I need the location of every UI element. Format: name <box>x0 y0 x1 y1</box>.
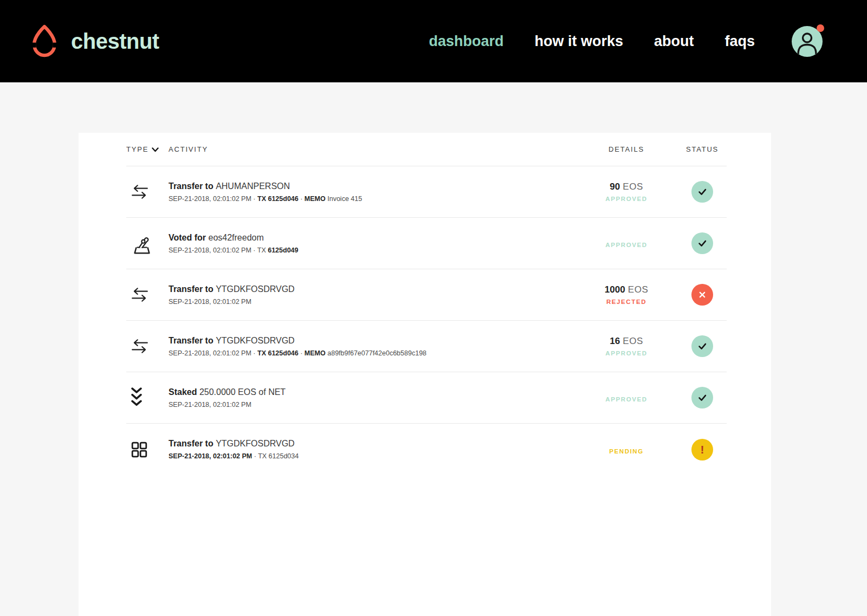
check-icon <box>696 186 708 198</box>
table-row[interactable]: Transfer to YTGDKFOSDRVGD SEP-21-2018, 0… <box>126 424 727 475</box>
row-type-cell <box>126 441 169 458</box>
row-status-label: APPROVED <box>605 242 647 248</box>
status-pending-icon[interactable]: ! <box>691 439 713 461</box>
column-type-label: TYPE <box>126 145 148 153</box>
row-title: Transfer to AHUMANPERSON <box>169 181 575 191</box>
staked-icon <box>131 387 143 408</box>
row-title: Voted for eos42freedom <box>169 233 575 243</box>
column-details-label: DETAILS <box>575 145 678 153</box>
status-approved-icon[interactable] <box>691 232 713 254</box>
row-type-cell <box>126 184 169 199</box>
row-status-label: APPROVED <box>605 350 647 356</box>
column-type-sort[interactable]: TYPE <box>126 145 159 153</box>
chestnut-logo-icon <box>30 23 59 59</box>
row-activity-cell: Voted for eos42freedom SEP-21-2018, 02:0… <box>169 233 575 254</box>
row-amount: 16 EOS <box>610 336 643 347</box>
row-subtitle: SEP-21-2018, 02:01:02 PM <box>169 298 575 306</box>
row-title: Transfer to YTGDKFOSDRVGD <box>169 284 575 294</box>
row-status-label: APPROVED <box>605 196 647 202</box>
row-amount: 1000 EOS <box>605 284 648 295</box>
check-icon <box>696 237 708 249</box>
row-status-cell: ! <box>678 439 727 461</box>
table-row[interactable]: Transfer to AHUMANPERSON SEP-21-2018, 02… <box>126 166 727 218</box>
status-approved-icon[interactable] <box>691 387 713 408</box>
row-activity-cell: Transfer to YTGDKFOSDRVGD SEP-21-2018, 0… <box>169 439 575 460</box>
x-icon <box>697 289 708 300</box>
row-subtitle: SEP-21-2018, 02:01:02 PM · TX 6125d046 ·… <box>169 349 575 357</box>
row-subtitle: SEP-21-2018, 02:01:02 PM · TX 6125d046 ·… <box>169 195 575 203</box>
activity-card: TYPE ACTIVITY DETAILS STATUS Transfer to… <box>79 133 771 616</box>
row-status-label: APPROVED <box>605 396 647 403</box>
table-header: TYPE ACTIVITY DETAILS STATUS <box>126 133 727 166</box>
status-approved-icon[interactable] <box>691 335 713 357</box>
status-rejected-icon[interactable] <box>691 284 713 306</box>
brand-name: chestnut <box>71 29 159 54</box>
table-row[interactable]: Staked 250.0000 EOS of NET SEP-21-2018, … <box>126 372 727 424</box>
table-rows: Transfer to AHUMANPERSON SEP-21-2018, 02… <box>126 166 727 475</box>
row-details-cell: APPROVED <box>575 393 678 403</box>
check-icon <box>696 392 708 404</box>
vote-icon <box>131 232 153 255</box>
row-type-cell <box>126 339 169 354</box>
table-row[interactable]: Transfer to YTGDKFOSDRVGD SEP-21-2018, 0… <box>126 321 727 372</box>
check-icon <box>696 340 708 352</box>
row-amount: 90 EOS <box>610 181 643 192</box>
transfer-icon <box>131 184 149 199</box>
exclaim-icon: ! <box>701 444 704 455</box>
row-type-cell <box>126 387 169 408</box>
notification-dot-icon <box>817 24 824 32</box>
row-activity-cell: Transfer to YTGDKFOSDRVGD SEP-21-2018, 0… <box>169 284 575 306</box>
table-row[interactable]: Voted for eos42freedom SEP-21-2018, 02:0… <box>126 218 727 269</box>
row-details-cell: 16 EOS APPROVED <box>575 336 678 356</box>
row-status-cell <box>678 181 727 203</box>
row-activity-cell: Staked 250.0000 EOS of NET SEP-21-2018, … <box>169 387 575 408</box>
grid-icon <box>131 441 148 458</box>
row-title: Transfer to YTGDKFOSDRVGD <box>169 336 575 346</box>
nav-item-faqs[interactable]: faqs <box>724 33 755 50</box>
nav-item-dashboard[interactable]: dashboard <box>429 33 503 50</box>
user-avatar[interactable] <box>792 26 823 57</box>
column-activity-label: ACTIVITY <box>169 145 575 153</box>
row-subtitle: SEP-21-2018, 02:01:02 PM · TX 6125d049 <box>169 247 575 254</box>
status-approved-icon[interactable] <box>691 181 713 203</box>
main-nav: dashboard how it works about faqs <box>429 33 755 50</box>
chevron-down-icon <box>152 147 159 152</box>
row-subtitle: SEP-21-2018, 02:01:02 PM <box>169 401 575 408</box>
row-status-label: REJECTED <box>606 299 646 305</box>
row-status-label: PENDING <box>609 448 644 455</box>
transfer-icon <box>131 339 149 354</box>
row-type-cell <box>126 232 169 255</box>
row-subtitle: SEP-21-2018, 02:01:02 PM · TX 6125d034 <box>169 452 575 460</box>
top-navigation-bar: chestnut dashboard how it works about fa… <box>0 0 867 82</box>
row-title: Staked 250.0000 EOS of NET <box>169 387 575 397</box>
brand-logo[interactable]: chestnut <box>30 23 159 59</box>
row-status-cell <box>678 335 727 357</box>
row-details-cell: APPROVED <box>575 238 678 248</box>
nav-item-how-it-works[interactable]: how it works <box>534 33 623 50</box>
row-details-cell: PENDING <box>575 445 678 455</box>
column-status-label: STATUS <box>678 145 727 153</box>
row-details-cell: 90 EOS APPROVED <box>575 181 678 202</box>
row-status-cell <box>678 284 727 306</box>
table-row[interactable]: Transfer to YTGDKFOSDRVGD SEP-21-2018, 0… <box>126 269 727 321</box>
row-activity-cell: Transfer to YTGDKFOSDRVGD SEP-21-2018, 0… <box>169 336 575 357</box>
row-title: Transfer to YTGDKFOSDRVGD <box>169 439 575 449</box>
row-status-cell <box>678 387 727 408</box>
row-type-cell <box>126 287 169 302</box>
nav-item-about[interactable]: about <box>654 33 694 50</box>
transfer-icon <box>131 287 149 302</box>
row-status-cell <box>678 232 727 254</box>
row-details-cell: 1000 EOS REJECTED <box>575 284 678 305</box>
row-activity-cell: Transfer to AHUMANPERSON SEP-21-2018, 02… <box>169 181 575 203</box>
